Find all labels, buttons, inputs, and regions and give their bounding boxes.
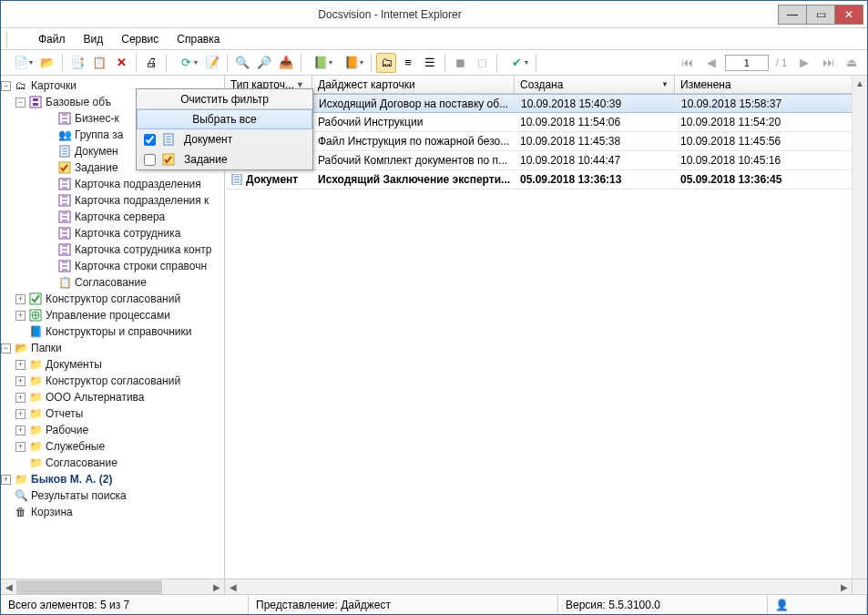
document-icon bbox=[161, 132, 176, 147]
approval-icon: 📋 bbox=[57, 275, 72, 290]
tree-item-biz[interactable]: Бизнес-к bbox=[75, 110, 119, 127]
table-row[interactable]: Исходящий Договор на поставку об... 10.0… bbox=[225, 94, 867, 113]
delete-button[interactable]: ✕ bbox=[111, 53, 131, 73]
table-row[interactable]: Рабочий Комплект документов по п... 10.0… bbox=[225, 151, 867, 170]
pager-last-button[interactable]: ⏭ bbox=[818, 53, 838, 73]
document-icon bbox=[230, 173, 243, 186]
find-in-folder-button[interactable]: 🔎 bbox=[254, 53, 274, 73]
view-list-button[interactable]: ≡ bbox=[398, 53, 418, 73]
col-digest[interactable]: Дайджест карточки bbox=[312, 76, 515, 93]
edit-button[interactable]: 📝 bbox=[202, 53, 222, 73]
tree-item-card-emp-k[interactable]: Карточка сотрудника контр bbox=[75, 241, 212, 258]
sidebar-hscroll[interactable]: ◀ ▶ bbox=[1, 579, 224, 594]
pager-next-button[interactable]: ▶ bbox=[794, 53, 814, 73]
card-type-icon bbox=[57, 177, 72, 191]
filter-select-all[interactable]: Выбрать все bbox=[137, 109, 312, 129]
user-icon: 👤 bbox=[775, 599, 789, 611]
tree-base-types[interactable]: Базовые объ bbox=[46, 94, 111, 110]
tree-item-task[interactable]: Задание bbox=[75, 159, 118, 176]
tree-item-card-dep[interactable]: Карточка подразделения bbox=[75, 176, 201, 192]
document-icon bbox=[57, 144, 72, 159]
tree-folder-reports[interactable]: Отчеты bbox=[46, 405, 83, 422]
view-details-button[interactable]: ☰ bbox=[420, 53, 440, 73]
tree-user[interactable]: Быков М. А. bbox=[31, 471, 96, 487]
main-hscroll[interactable]: ◀ ▶ bbox=[225, 579, 867, 594]
tree-item-group[interactable]: Группа за bbox=[75, 127, 124, 143]
tree-folder-approval-ctor[interactable]: Конструктор согласований bbox=[46, 373, 180, 389]
tree-folder-approval[interactable]: Согласование bbox=[46, 455, 117, 471]
export-rtf-button[interactable]: 📙 bbox=[337, 53, 366, 73]
paste-button[interactable]: 📋 bbox=[89, 53, 109, 73]
group-button[interactable]: ◼ bbox=[450, 53, 470, 73]
tree-dictionaries[interactable]: Конструкторы и справочники bbox=[46, 323, 191, 340]
tree-search-results[interactable]: Результаты поиска bbox=[31, 487, 127, 504]
menu-view[interactable]: Вид bbox=[75, 30, 113, 48]
open-folder-button[interactable]: 📂 bbox=[37, 53, 57, 73]
tree-item-card-line[interactable]: Карточка строки справочн bbox=[75, 258, 207, 274]
print-button[interactable]: 🖨 bbox=[141, 53, 161, 73]
grid-header: Тип карточ...▼ Дайджест карточки Создана… bbox=[225, 76, 867, 94]
filter-task-checkbox[interactable] bbox=[144, 154, 156, 166]
tree-item-card-emp[interactable]: Карточка сотрудника bbox=[75, 225, 180, 241]
tree-approval-ctor[interactable]: Конструктор согласований bbox=[46, 291, 180, 307]
ungroup-button[interactable]: ◻ bbox=[472, 53, 492, 73]
main-panel: Тип карточ...▼ Дайджест карточки Создана… bbox=[225, 76, 867, 594]
filter-button[interactable]: 📥 bbox=[276, 53, 296, 73]
col-changed[interactable]: Изменена bbox=[675, 76, 867, 93]
maximize-button[interactable]: ▭ bbox=[806, 5, 835, 25]
pager-eject-button[interactable]: ⏏ bbox=[842, 53, 862, 73]
minimize-button[interactable]: — bbox=[778, 5, 807, 25]
table-row[interactable]: Файл Инструкция по пожарной безо... 10.0… bbox=[225, 132, 867, 151]
col-created[interactable]: Создана▼ bbox=[515, 76, 675, 93]
scroll-right-button[interactable]: ▶ bbox=[209, 579, 224, 595]
card-type-icon bbox=[57, 210, 72, 224]
svg-rect-1 bbox=[33, 98, 38, 101]
search-button[interactable]: 🔍 bbox=[232, 53, 252, 73]
tree-folder-working[interactable]: Рабочие bbox=[46, 422, 88, 438]
tree-item-card-srv[interactable]: Карточка сервера bbox=[75, 209, 165, 225]
tree-item-doc[interactable]: Докумен bbox=[75, 143, 118, 159]
filter-icon[interactable]: ▼ bbox=[296, 80, 304, 89]
tree-root-cards[interactable]: Карточки bbox=[31, 77, 77, 94]
pager-first-button[interactable]: ⏮ bbox=[678, 53, 698, 73]
filter-doc-checkbox[interactable] bbox=[144, 134, 156, 146]
statusbar: Всего элементов: 5 из 7 Представление: Д… bbox=[1, 594, 867, 614]
scroll-up-button[interactable]: ▲ bbox=[853, 76, 867, 91]
trash-icon: 🗑 bbox=[14, 505, 28, 519]
filter-option-task[interactable]: Задание bbox=[137, 149, 312, 169]
pager-prev-button[interactable]: ◀ bbox=[701, 53, 721, 73]
menu-file[interactable]: Файл bbox=[29, 30, 75, 48]
menubar: Файл Вид Сервис Справка bbox=[1, 28, 867, 50]
scroll-left-button[interactable]: ◀ bbox=[1, 579, 16, 595]
main-vscroll[interactable]: ▲ bbox=[852, 76, 867, 579]
scroll-right-button[interactable]: ▶ bbox=[836, 579, 852, 594]
pager-page-input[interactable] bbox=[725, 55, 769, 71]
scroll-left-button[interactable]: ◀ bbox=[225, 579, 240, 594]
card-type-icon bbox=[57, 259, 72, 273]
table-row[interactable]: Рабочий Инструкции 10.09.2018 11:54:06 1… bbox=[225, 113, 867, 132]
export-excel-button[interactable]: 📗 bbox=[306, 53, 335, 73]
menu-service[interactable]: Сервис bbox=[112, 30, 168, 48]
tree-folder-ooo[interactable]: ООО Альтернатива bbox=[46, 389, 145, 405]
tree-folders-root[interactable]: Папки bbox=[31, 340, 62, 356]
scroll-thumb[interactable] bbox=[16, 580, 162, 594]
filter-option-doc[interactable]: Документ bbox=[137, 129, 312, 149]
tree-item-approval[interactable]: Согласование bbox=[75, 274, 147, 291]
refresh-button[interactable]: ⟳ bbox=[171, 53, 200, 73]
tree-folder-docs[interactable]: Документы bbox=[46, 356, 102, 373]
tree-item-card-dep-k[interactable]: Карточка подразделения к bbox=[75, 192, 209, 209]
copy-button[interactable]: 📑 bbox=[67, 53, 87, 73]
tree-trash[interactable]: Корзина bbox=[31, 504, 73, 520]
approve-button[interactable]: ✔ bbox=[502, 53, 531, 73]
new-button[interactable]: 📄 bbox=[6, 53, 36, 73]
menu-help[interactable]: Справка bbox=[168, 30, 229, 48]
tree-proc-mgmt[interactable]: Управление процессами bbox=[46, 307, 170, 323]
view-cards-button[interactable]: 🗂 bbox=[376, 53, 396, 73]
tree-folder-service[interactable]: Служебные bbox=[46, 438, 105, 455]
close-button[interactable]: ✕ bbox=[834, 5, 863, 25]
grid-body[interactable]: Исходящий Договор на поставку об... 10.0… bbox=[225, 94, 867, 579]
group-icon: 👥 bbox=[57, 128, 72, 142]
table-row[interactable]: Документ Исходящий Заключение эксперти..… bbox=[225, 170, 867, 190]
filter-clear[interactable]: Очистить фильтр bbox=[137, 89, 312, 109]
status-user: 👤 bbox=[768, 595, 867, 614]
